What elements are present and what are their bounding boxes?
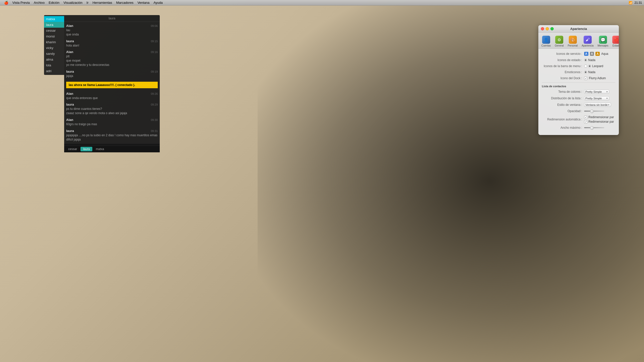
radio-menu-unselected[interactable] xyxy=(584,65,587,68)
distribucion-value[interactable]: Pretty Simple ▼ xyxy=(584,96,609,100)
contact-item-monsi[interactable]: monsi xyxy=(44,33,64,39)
redimension-text-1: Redimensionar par xyxy=(588,115,614,119)
chevron-down-icon-3: ▼ xyxy=(608,104,610,106)
iconos-estado-text: Nada xyxy=(588,58,595,62)
message-sender-5: Alan xyxy=(66,92,73,96)
ancho-maximo-label: Ancho máximo : xyxy=(542,126,582,129)
opacidad-slider[interactable] xyxy=(584,111,604,112)
prefs-row-ancho-maximo: Ancho máximo : xyxy=(542,126,615,129)
menu-edicion[interactable]: Edición xyxy=(47,1,62,5)
icon-badge-a3[interactable]: A xyxy=(595,52,600,56)
contact-item-alma[interactable]: alma xyxy=(44,57,64,62)
mensajes-icon: 💬 xyxy=(599,36,607,44)
emoticonos-label: Emoticonos : xyxy=(542,70,582,74)
message-text-4: jajaja xyxy=(66,74,158,78)
menu-archivo[interactable]: Archivo xyxy=(32,1,47,5)
message-group-8: laura 09:31 jajajajaja ....no ps la subi… xyxy=(66,129,158,142)
distribucion-select[interactable]: Pretty Simple ▼ xyxy=(584,96,609,100)
window-minimize-button[interactable] xyxy=(546,27,549,30)
prefs-row-estilo-ventana: Estilo de ventana : Ventana sin borde ▼ xyxy=(542,103,615,107)
chat-messages[interactable]: Alan 09:06 lau que onda laura 09:15 hola… xyxy=(64,22,160,144)
redimension-row-2: Redimensionar par xyxy=(584,120,614,123)
iconos-estado-label: Iconos de estado : xyxy=(542,58,582,62)
contact-item-adri[interactable]: adri xyxy=(44,68,64,74)
contact-item-kharim[interactable]: kharim xyxy=(44,39,64,45)
iconos-servicio-text: Aqua xyxy=(601,52,608,56)
contact-item-laura[interactable]: laura xyxy=(44,22,64,28)
radio-menu-selected[interactable] xyxy=(588,65,591,68)
redimension-checkbox-1[interactable] xyxy=(584,116,587,119)
emoticonos-text: Nada xyxy=(588,70,595,74)
dock-icon-text: Flurry Adium xyxy=(589,76,606,80)
ancho-maximo-slider[interactable] xyxy=(584,127,604,128)
redimension-checkbox-2[interactable] xyxy=(584,120,587,123)
message-group-3: Alan 09:16 ptt que mopet yo me conecto y… xyxy=(66,50,158,67)
message-time-7: 09:30 xyxy=(151,118,158,121)
menubar-time: 21:31 xyxy=(634,1,642,5)
menubar-right: 📶 21:31 xyxy=(629,1,642,5)
window-close-button[interactable] xyxy=(541,27,544,30)
prefs-tab-apariencia[interactable]: 🖌 Apariencia xyxy=(580,35,595,49)
contact-item-vicky[interactable]: vicky xyxy=(44,45,64,51)
message-text-8: jajajajaja ....no ps la subio en 2 dias … xyxy=(66,133,158,142)
personal-icon: 🎨 xyxy=(569,36,577,44)
prefs-row-distribucion: Distribución de la lista : Pretty Simple… xyxy=(542,96,615,100)
message-time-6: 09:29 xyxy=(151,103,158,106)
chat-tab-matxa[interactable]: matxa xyxy=(93,147,107,151)
iconos-servicio-value: A A A Aqua xyxy=(584,52,608,56)
estilo-ventana-value[interactable]: Ventana sin borde ▼ xyxy=(584,103,611,107)
estilo-ventana-select[interactable]: Ventana sin borde ▼ xyxy=(584,103,611,107)
menu-visualizacion[interactable]: Visualización xyxy=(61,1,85,5)
chat-tab-laura[interactable]: laura xyxy=(80,147,92,151)
opacidad-value xyxy=(584,111,604,112)
menu-marcadores[interactable]: Marcadores xyxy=(114,1,136,5)
message-time-3: 09:16 xyxy=(151,51,158,54)
mensajes-label: Mensajes xyxy=(598,44,609,47)
tema-colores-select[interactable]: Pretty Simple ▼ xyxy=(584,90,609,94)
menu-ayuda[interactable]: Ayuda xyxy=(151,1,165,5)
chevron-down-icon: ▼ xyxy=(606,91,608,93)
contact-list: matxa laura cessar monsi kharim vicky sa… xyxy=(44,15,64,75)
prefs-tab-general[interactable]: ⚙ General xyxy=(553,35,566,49)
contact-item-cessar[interactable]: cessar xyxy=(44,28,64,33)
contact-item-lola[interactable]: lola xyxy=(44,62,64,68)
prefs-row-iconos-menu: Iconos de la barra de menu : Leopard xyxy=(542,64,615,68)
prefs-tab-mensajes[interactable]: 💬 Mensajes xyxy=(596,35,611,49)
contact-item-matxa[interactable]: matxa xyxy=(44,16,64,22)
prefs-tab-estado[interactable]: 🔴 Estado xyxy=(610,35,619,49)
dock-icon-checkbox[interactable] xyxy=(584,77,587,80)
icon-badge-a2[interactable]: A xyxy=(590,52,594,56)
tema-colores-select-value: Pretty Simple xyxy=(585,90,602,93)
prefs-row-iconos-estado: Iconos de estado : Nada xyxy=(542,58,615,62)
message-text-1b: que onda xyxy=(66,32,158,37)
message-group-6: laura 09:29 ps tu dime cuantos tienes? z… xyxy=(66,103,158,115)
message-group-5: Alan 09:26 que onda entonces que xyxy=(66,92,158,100)
chat-tab-cessar[interactable]: cessar xyxy=(66,147,79,151)
radio-estado-selected[interactable] xyxy=(584,59,587,62)
chat-tabs: cessar laura matxa xyxy=(64,146,160,152)
icon-badge-a1[interactable]: A xyxy=(584,52,588,56)
message-sender-8: laura xyxy=(66,129,74,133)
message-text-6a: ps tu dime cuantos tienes? xyxy=(66,107,158,111)
prefs-toolbar: 👤 Cuentas ⚙ General 🎨 Personal 🖌 Aparien… xyxy=(538,33,619,49)
menu-ventana[interactable]: Ventana xyxy=(135,1,151,5)
cuentas-label: Cuentas xyxy=(541,44,551,47)
menu-vistaprevia[interactable]: Vista Previa xyxy=(10,1,32,5)
redimension-value: Redimensionar par Redimensionar par xyxy=(584,115,614,123)
apple-menu[interactable]: 🍎 xyxy=(2,1,10,5)
redimension-label: Redimension automática : xyxy=(542,118,582,121)
chat-input-area[interactable] xyxy=(64,144,160,146)
tema-colores-value[interactable]: Pretty Simple ▼ xyxy=(584,90,609,94)
prefs-tab-cuentas[interactable]: 👤 Cuentas xyxy=(539,35,553,49)
window-maximize-button[interactable] xyxy=(550,27,554,30)
iconos-menu-value: Leopard xyxy=(584,64,603,68)
message-time-8: 09:31 xyxy=(151,129,158,132)
iconos-estado-value: Nada xyxy=(584,58,595,62)
contact-item-sandy[interactable]: sandy xyxy=(44,51,64,57)
apariencia-icon: 🖌 xyxy=(584,36,592,44)
prefs-tab-personal[interactable]: 🎨 Personal xyxy=(566,35,580,49)
prefs-row-redimension: Redimension automática : Redimensionar p… xyxy=(542,115,615,123)
menu-herramientas[interactable]: Herramientas xyxy=(91,1,114,5)
radio-emoticon-selected[interactable] xyxy=(584,71,587,74)
menu-ir[interactable]: Ir xyxy=(85,1,91,5)
